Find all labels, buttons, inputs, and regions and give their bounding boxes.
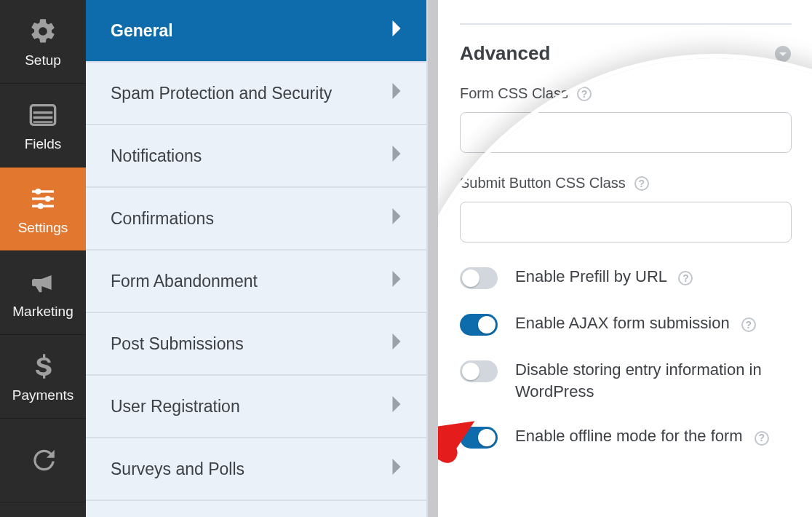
subnav-label: Spam Protection and Security (111, 84, 332, 103)
toggle-disable-storing[interactable] (460, 360, 498, 382)
advanced-section-title: Advanced (460, 42, 550, 65)
list-icon (26, 98, 60, 132)
toggle-label: Enable Prefill by URL (515, 267, 666, 285)
chevron-right-icon (391, 83, 402, 103)
megaphone-icon (26, 266, 60, 299)
help-icon[interactable]: ? (678, 271, 693, 285)
subnav-label: Confirmations (111, 209, 214, 229)
svg-point-9 (38, 203, 44, 209)
subnav-label: General (111, 21, 173, 41)
chevron-right-icon (391, 334, 402, 354)
subnav-notifications[interactable]: Notifications (86, 125, 426, 188)
subnav-label: Surveys and Polls (111, 459, 244, 479)
gear-icon (26, 15, 60, 48)
chevron-right-icon (391, 459, 402, 479)
iconbar-payments[interactable]: Payments (0, 335, 86, 419)
subnav-label: Form Abandonment (111, 272, 258, 291)
iconbar-setup[interactable]: Setup (0, 0, 86, 84)
subnav-label: User Registration (111, 397, 240, 417)
chevron-right-icon (391, 271, 402, 291)
subnav-spam[interactable]: Spam Protection and Security (86, 63, 426, 125)
iconbar-label: Fields (25, 136, 62, 152)
help-icon[interactable]: ? (577, 87, 592, 101)
iconbar-label: Marketing (12, 304, 73, 320)
iconbar-label: Payments (12, 387, 73, 403)
toggle-label: Disable storing entry information in Wor… (515, 360, 762, 400)
help-icon[interactable]: ? (755, 431, 769, 446)
submit-css-class-input[interactable] (460, 202, 792, 242)
iconbar-settings[interactable]: Settings (0, 167, 86, 251)
submit-css-class-label: Submit Button CSS Class (460, 175, 626, 192)
toggle-prefill-url[interactable] (460, 267, 498, 289)
chevron-right-icon (391, 208, 402, 229)
divider (460, 23, 792, 25)
iconbar-fields[interactable]: Fields (0, 84, 86, 167)
chevron-right-icon (391, 20, 402, 41)
chevron-down-icon[interactable] (774, 45, 792, 63)
subnav-confirmations[interactable]: Confirmations (86, 188, 426, 250)
settings-panel: Advanced Form CSS Class ? Submit Button … (428, 0, 812, 517)
dollar-icon (26, 350, 60, 383)
iconbar-label: Settings (18, 220, 68, 236)
help-icon[interactable]: ? (634, 176, 649, 191)
svg-rect-3 (33, 121, 53, 123)
subnav-post-submissions[interactable]: Post Submissions (86, 313, 426, 376)
subnav-user-registration[interactable]: User Registration (86, 376, 426, 438)
subnav-form-abandonment[interactable]: Form Abandonment (86, 250, 426, 313)
svg-rect-1 (33, 111, 53, 114)
svg-point-7 (45, 196, 51, 202)
toggle-label: Enable offline mode for the form (515, 427, 743, 445)
chevron-right-icon (391, 396, 402, 417)
toggle-ajax-submission[interactable] (460, 314, 498, 336)
chevron-right-icon (391, 146, 402, 166)
toggle-offline-mode[interactable] (460, 427, 498, 449)
help-icon[interactable]: ? (741, 317, 756, 332)
builder-iconbar: Setup Fields Settings Marketing Payments (0, 0, 86, 517)
subnav-label: Notifications (111, 146, 202, 166)
subnav-label: Post Submissions (111, 334, 244, 354)
iconbar-label: Setup (25, 52, 61, 68)
form-css-class-input[interactable] (460, 112, 792, 153)
subnav-surveys-polls[interactable]: Surveys and Polls (86, 438, 426, 501)
iconbar-revisions[interactable] (0, 419, 86, 502)
svg-point-5 (35, 189, 41, 194)
settings-subnav: General Spam Protection and Security Not… (86, 0, 428, 517)
subnav-general[interactable]: General (86, 0, 426, 63)
iconbar-marketing[interactable]: Marketing (0, 251, 86, 335)
sliders-icon (26, 182, 60, 216)
history-icon (26, 443, 60, 477)
form-css-class-label: Form CSS Class (460, 85, 568, 102)
svg-rect-2 (33, 117, 53, 119)
toggle-label: Enable AJAX form submission (515, 314, 730, 332)
